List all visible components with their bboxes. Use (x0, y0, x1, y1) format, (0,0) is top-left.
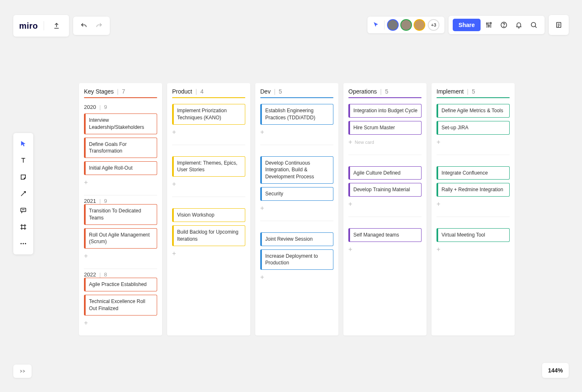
card[interactable]: Security (260, 187, 333, 201)
kanban-board: Key Stages|72020|9Interview Leadership/S… (79, 83, 515, 335)
text-tool-icon[interactable] (15, 153, 32, 168)
tool-dock (13, 133, 33, 254)
plus-icon: + (436, 246, 440, 253)
add-card-button[interactable]: + (172, 128, 245, 138)
column-underline (436, 97, 510, 98)
card[interactable]: Rally + Redmine Integration (436, 183, 510, 197)
zoom-level[interactable]: 144% (542, 363, 569, 378)
minimap-toggle[interactable] (13, 365, 32, 378)
column-title: Product (172, 88, 192, 95)
plus-icon: + (260, 129, 264, 136)
side-panel-toggle[interactable] (549, 15, 569, 35)
card[interactable]: Hire Scrum Master (348, 121, 422, 135)
bell-icon[interactable] (512, 18, 525, 32)
avatar[interactable] (400, 19, 412, 31)
add-card-button[interactable]: + (348, 245, 422, 255)
connector-tool-icon[interactable] (15, 186, 32, 201)
board-canvas[interactable]: miro +3 Share (4, 4, 578, 388)
add-card-button[interactable]: +New card (348, 138, 422, 148)
add-card-button[interactable]: + (172, 180, 245, 190)
svg-point-1 (488, 25, 490, 27)
column-header[interactable]: Product|4 (172, 88, 245, 95)
column-header[interactable]: Operations|5 (348, 88, 422, 95)
card[interactable]: Build Backlog for Upcoming Iterations (172, 225, 245, 246)
card[interactable]: Define Goals For Transformation (84, 138, 157, 158)
help-icon[interactable] (497, 18, 510, 32)
card[interactable]: Transition To Dedicated Teams (84, 204, 157, 225)
swimlane-count: 9 (104, 104, 107, 110)
avatar-stack (387, 19, 425, 31)
card[interactable]: Vision Workshop (172, 208, 245, 222)
card[interactable]: Increase Deployment to Production (260, 249, 333, 270)
add-card-button[interactable]: + (172, 249, 245, 259)
svg-point-2 (490, 22, 491, 24)
swimlane-header[interactable]: 2022|8 (84, 269, 157, 278)
card[interactable]: Technical Excellence Roll Out Finalized (84, 295, 157, 316)
card[interactable]: Integrate Confluence (436, 166, 510, 180)
card[interactable]: Joint Review Session (260, 232, 333, 246)
cursor-following-icon[interactable] (372, 21, 380, 29)
column-count: 5 (279, 88, 282, 95)
column-count: 5 (472, 88, 475, 95)
card[interactable]: Agile Culture Defined (348, 166, 422, 180)
card[interactable]: Interview Leadership/Stakeholders (84, 113, 157, 134)
add-card-button[interactable]: + (84, 252, 157, 262)
select-tool-icon[interactable] (15, 136, 32, 151)
card[interactable]: Virtual Meeting Tool (436, 228, 510, 242)
add-card-button[interactable]: + (260, 204, 333, 214)
avatar-overflow[interactable]: +3 (428, 19, 439, 31)
card[interactable]: Develop Training Material (348, 183, 422, 197)
svg-point-9 (23, 243, 24, 244)
more-tools-icon[interactable] (15, 236, 32, 251)
add-card-button[interactable]: + (84, 319, 157, 329)
card[interactable]: Establish Engineering Practices (TDD/ATD… (260, 104, 333, 125)
plus-icon: + (260, 205, 264, 212)
card[interactable]: Set-up JIRA (436, 121, 510, 135)
card[interactable]: Self Managed teams (348, 228, 422, 242)
card[interactable]: Implement Priorization Techniques (KANO) (172, 104, 245, 125)
share-button[interactable]: Share (453, 19, 481, 31)
column-header[interactable]: Implement|5 (436, 88, 510, 95)
swimlane-header[interactable]: 2020|9 (84, 104, 157, 110)
add-card-button[interactable]: + (260, 128, 333, 138)
export-icon[interactable] (50, 19, 63, 32)
add-card-button[interactable]: + (436, 138, 510, 148)
add-card-button[interactable]: + (436, 200, 510, 210)
settings-icon[interactable] (482, 18, 496, 32)
notes-icon (552, 18, 565, 32)
card[interactable]: Implement: Themes, Epics, User Stories (172, 156, 245, 177)
column-underline (348, 97, 422, 98)
card[interactable]: Initial Agile Roll-Out (84, 161, 157, 175)
add-card-button[interactable]: + (348, 200, 422, 210)
svg-point-4 (503, 26, 504, 27)
add-card-button[interactable]: + (260, 273, 333, 283)
swimlane-count: 8 (104, 271, 107, 278)
card[interactable]: Define Agile Metrics & Tools (436, 104, 510, 118)
add-card-button[interactable]: + (84, 178, 157, 188)
svg-point-10 (25, 243, 26, 244)
swimlane-year: 2022 (84, 271, 96, 278)
swimlane-header[interactable]: 2021|9 (84, 195, 157, 204)
redo-icon[interactable] (92, 19, 106, 32)
top-right-toolbar: +3 Share (367, 15, 569, 35)
avatar[interactable] (387, 19, 399, 31)
undo-icon[interactable] (77, 19, 91, 32)
column-header[interactable]: Dev|5 (260, 88, 333, 95)
comment-tool-icon[interactable] (15, 203, 32, 218)
card[interactable]: Develop Continuous Integration, Build & … (260, 156, 333, 184)
avatar[interactable] (414, 19, 425, 31)
card[interactable]: Integration into Budget Cycle (348, 104, 422, 118)
plus-icon: + (436, 201, 440, 207)
frame-tool-icon[interactable] (15, 219, 32, 234)
plus-icon: + (172, 181, 176, 187)
svg-point-5 (531, 22, 536, 27)
column-header[interactable]: Key Stages|7 (84, 88, 157, 95)
app-logo[interactable]: miro (19, 21, 38, 31)
sticky-note-tool-icon[interactable] (15, 170, 32, 185)
column-underline (84, 97, 157, 98)
add-card-button[interactable]: + (436, 245, 510, 255)
card[interactable]: Agile Practice Established (84, 278, 157, 291)
card[interactable]: Roll Out Agile Management (Scrum) (84, 228, 157, 249)
swimlane-year: 2021 (84, 198, 96, 204)
search-icon[interactable] (527, 18, 540, 32)
